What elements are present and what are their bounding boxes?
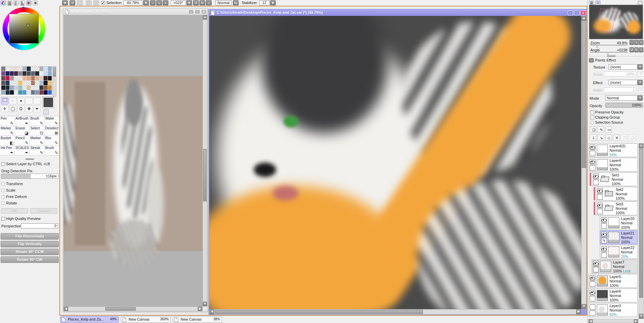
brush-tool-deselect[interactable]: Deselect⊠	[45, 126, 59, 136]
layers-hscrollbar[interactable]: ◀ ▶	[588, 319, 638, 323]
layer-thumbnail[interactable]	[608, 217, 619, 228]
brush-tool-blur[interactable]: Blur✎	[45, 136, 59, 146]
color-swatch[interactable]	[18, 81, 23, 85]
layer-visibility-toggle[interactable]	[597, 188, 603, 194]
layer-visibility-toggle[interactable]	[590, 275, 595, 281]
layer-row[interactable]: Layer4Normal100%	[588, 158, 638, 172]
layer-row[interactable]: Set1Normal100%	[592, 172, 638, 186]
select-layer-checkbox[interactable]	[1, 162, 5, 166]
transform-radio[interactable]	[1, 182, 5, 186]
color-swatch[interactable]	[44, 71, 48, 76]
hue-marker[interactable]	[22, 7, 25, 10]
color-swatch[interactable]	[39, 90, 44, 95]
color-swatch[interactable]	[1, 71, 6, 76]
color-swatch[interactable]	[6, 85, 10, 90]
layer-edit-toggle[interactable]	[601, 223, 607, 229]
brush-tool-streak[interactable]: Streak✎	[30, 146, 45, 155]
scroll-down-arrow[interactable]: ▼	[203, 302, 207, 306]
secondary-titlebar[interactable]: New Canvas (38.29%) – □ ✕	[63, 9, 207, 15]
color-wheel-tab-icon[interactable]	[1, 1, 6, 5]
zoom-dropdown[interactable]: ▼	[143, 0, 149, 5]
layer-edit-toggle[interactable]	[597, 194, 603, 200]
hq-preview-option[interactable]: High Quality Preview	[1, 217, 41, 221]
secondary-hscrollbar[interactable]: ◀ ▶	[63, 306, 203, 311]
panel-splitter[interactable]	[25, 158, 34, 160]
delete-layer-button[interactable]: ✕	[613, 134, 620, 141]
minimize-button[interactable]: –	[188, 9, 194, 14]
stabilizer-value-box[interactable]: 12	[259, 0, 269, 5]
new-lineart-layer-button[interactable]: ✎	[597, 126, 604, 133]
zoom-out-button[interactable]: –	[150, 0, 156, 5]
folder-icon[interactable]	[605, 206, 614, 211]
layer-mode-select[interactable]: Normal	[605, 95, 638, 101]
scroll-right-arrow[interactable]: ▶	[634, 319, 638, 323]
free-deform-radio[interactable]	[1, 195, 5, 199]
rgb-slider-tab-icon[interactable]	[7, 1, 12, 5]
zoom-reset-button[interactable]: ▪	[163, 0, 168, 5]
color-swatch[interactable]	[48, 71, 52, 76]
color-swatch[interactable]	[10, 67, 14, 71]
color-swatch[interactable]	[48, 85, 52, 90]
color-swatch[interactable]	[1, 85, 6, 90]
color-swatch[interactable]	[14, 81, 19, 85]
color-swatch[interactable]	[31, 85, 35, 90]
color-swatch[interactable]	[14, 90, 19, 95]
main-titlebar[interactable]: C:\Users\heath\Desktop\Pisces_Kelp and Z…	[209, 10, 587, 16]
scale-option[interactable]: Scale	[1, 188, 16, 192]
rotate-option[interactable]: Rotate	[1, 201, 17, 205]
color-swatch[interactable]	[39, 85, 44, 90]
brush-tool-airbrush[interactable]: AirBrush✒	[15, 116, 30, 126]
close-button[interactable]: ✕	[201, 9, 207, 14]
color-swatch[interactable]	[27, 85, 31, 90]
selection-source-option[interactable]: Selection Source	[590, 120, 623, 124]
color-swatch[interactable]	[6, 81, 10, 85]
layer-row[interactable]: Layer7Normal100% Lock	[592, 259, 638, 273]
color-swatch[interactable]	[18, 76, 23, 81]
view-mode-box[interactable]: Normal	[215, 0, 232, 5]
color-swatch[interactable]	[23, 90, 27, 95]
transfer-down-button[interactable]: ⇩	[590, 134, 596, 141]
color-swatch[interactable]	[1, 81, 6, 85]
layer-row[interactable]: Layer20Normal100%	[600, 216, 638, 230]
main-canvas-area[interactable]: ▲ ▼ ◀ ▶	[209, 16, 587, 315]
rotate-cw-button[interactable]: ↻	[199, 0, 205, 5]
scroll-up-arrow[interactable]: ▲	[203, 15, 207, 20]
scroll-left-arrow[interactable]: ◀	[64, 307, 68, 311]
swatches-tab-icon[interactable]	[26, 1, 31, 5]
brush-tool-pencil[interactable]: Pencil✎	[15, 136, 30, 146]
stabilizer-dropdown[interactable]: ▼	[270, 0, 276, 5]
layer-edit-toggle[interactable]	[593, 180, 599, 185]
layer-visibility-toggle[interactable]	[601, 217, 607, 223]
color-swatch[interactable]	[18, 67, 23, 71]
nav-zoom-reset-button[interactable]: ▪	[639, 40, 643, 45]
secondary-vscrollbar[interactable]: ▲ ▼	[203, 15, 207, 306]
sv-marker[interactable]	[27, 24, 29, 27]
color-swatch[interactable]	[35, 76, 39, 81]
scroll-right-arrow[interactable]: ▶	[576, 309, 581, 314]
brush-tool-marker[interactable]: Marker✎	[0, 126, 15, 136]
layer-row[interactable]: Layer5Normal100%	[588, 274, 638, 288]
layer-thumbnail[interactable]	[608, 232, 619, 243]
layer-row[interactable]: ✎Layer21Normal100%	[600, 230, 638, 244]
folder-icon[interactable]	[605, 191, 613, 196]
layer-visibility-toggle[interactable]	[590, 290, 595, 295]
deselect-button[interactable]	[86, 0, 91, 5]
layer-visibility-toggle[interactable]	[597, 203, 603, 208]
scroll-up-arrow[interactable]: ▲	[639, 144, 643, 148]
layer-visibility-toggle[interactable]	[590, 159, 595, 165]
color-swatch[interactable]	[31, 67, 35, 71]
preserve-opacity-checkbox[interactable]	[590, 110, 594, 114]
color-swatch[interactable]	[35, 81, 39, 85]
minimize-button[interactable]: –	[568, 10, 573, 15]
effect-dropdown-arrow[interactable]: ▼	[638, 80, 643, 85]
color-swatch[interactable]	[27, 67, 31, 71]
color-swatch[interactable]	[14, 67, 19, 71]
nav-rotate-cw-button[interactable]: ↻	[634, 47, 639, 52]
color-swatch[interactable]	[23, 85, 27, 90]
color-swatch[interactable]	[1, 67, 6, 71]
layer-thumbnail[interactable]	[597, 290, 608, 301]
scroll-up-arrow[interactable]: ▲	[582, 16, 586, 21]
texture-scale-slider[interactable]: 100%	[604, 72, 636, 76]
color-swatch[interactable]	[10, 71, 14, 76]
perspective-input[interactable]: 0	[21, 223, 58, 228]
